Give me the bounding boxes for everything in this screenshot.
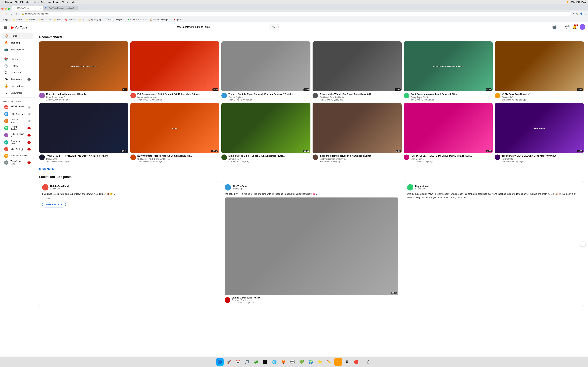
tab-youtube-close[interactable]: ✕ <box>40 7 41 9</box>
mac-menu-bookmarks[interactable]: Bookmarks <box>41 1 51 3</box>
sub-item-ilikemake[interactable]: IL I Like To Make S... 2 <box>1 132 34 139</box>
dock-slack[interactable]: 💬 <box>289 358 296 366</box>
dock-finder[interactable]: 🔵 <box>216 358 224 366</box>
mac-menu-history[interactable]: History <box>33 1 39 3</box>
hamburger-menu[interactable] <box>3 25 9 30</box>
chat-icon[interactable]: 💬 <box>565 25 570 29</box>
post-video-thumb-2[interactable]: 16:20 <box>225 198 398 295</box>
tab-google-close[interactable]: ✕ <box>75 7 76 9</box>
video-card-3[interactable]: 11:35 Trying a Straight Razor Shave (& E… <box>221 42 311 101</box>
dock-chrome[interactable]: 🌐 <box>270 358 278 366</box>
address-input-wrap[interactable]: 🔒 https://www.youtube.com <box>19 11 571 16</box>
video-stats-7: 10K views • 2 hours ago <box>46 160 128 163</box>
dock-screen[interactable]: 🖥 <box>343 358 351 366</box>
video-card-11[interactable]: 14:39 HAIRDRESSER REACTS TO GIRLS DYING … <box>404 103 493 163</box>
sub-item-kids-tv[interactable]: KT Kids TV - Nurs... <box>1 117 34 125</box>
sidebar-show-more[interactable]: ⌄ Show more <box>1 90 34 96</box>
mac-menu-window[interactable]: Window <box>62 1 69 3</box>
new-tab-button[interactable]: + <box>78 7 82 10</box>
sidebar-item-library[interactable]: 📚 Library <box>1 56 34 62</box>
dock-imessage[interactable]: 💚 <box>298 358 306 366</box>
bookmark-record[interactable]: 📋 Record Details | S... <box>148 18 172 21</box>
sub-item-mike[interactable]: MF Mike Farrington 2 <box>1 146 34 152</box>
dock-launchpad[interactable]: 🚀 <box>225 358 233 366</box>
sidebar-item-home[interactable]: 🏠 Home <box>1 33 34 39</box>
bookmark-agar[interactable]: ● Agar.io <box>172 18 183 21</box>
video-card-2[interactable]: 43:59 Full Documentary: Britain's Most E… <box>130 42 219 101</box>
dock-appstore[interactable]: 🅰 <box>261 358 269 366</box>
dock-music[interactable]: 🎵 <box>243 358 251 366</box>
sidebar-item-subscriptions[interactable]: 📺 Subscriptions <box>1 46 34 53</box>
bookmark-spellingcity[interactable]: 📊 SpellingCity <box>87 18 103 21</box>
traffic-light-minimize[interactable] <box>5 8 7 10</box>
dock-star[interactable]: ⭐ <box>316 358 324 366</box>
sub-item-draw-jazza[interactable]: DJ Draw with Jazza 3 <box>1 139 34 146</box>
sub-item-freakin[interactable]: FR Freakin' Reviews 1 <box>1 125 34 132</box>
dock-firefox[interactable]: 🦊 <box>280 358 287 366</box>
traffic-light-fullscreen[interactable] <box>8 8 10 10</box>
tab-google[interactable]: G [YouTube Recommendations] ✕ <box>43 6 78 10</box>
video-card-7[interactable]: 10:37 Tying GRAFFITI For REAL!! - MY Str… <box>39 103 128 163</box>
view-results-button[interactable]: VIEW RESULTS <box>42 202 66 208</box>
bookmark-roblox[interactable]: 📁 Roblox <box>12 18 24 21</box>
video-card-10[interactable]: 6:31 Installing gliding shelves in a fra… <box>312 103 402 163</box>
sub-item-little-baby[interactable]: LB Little Baby Bu... <box>1 111 34 117</box>
search-input[interactable] <box>173 24 269 30</box>
mac-menu-chrome[interactable]: Chrome <box>5 1 12 3</box>
bookmark-star-icon[interactable]: ★ <box>572 12 575 15</box>
video-card-6[interactable]: 20:12 ♡ DIY Fairy Tree House ♡ Creative … <box>495 42 584 101</box>
video-card-4[interactable]: 13:31 Asleep at the Wheel (Car Crash Com… <box>312 42 402 101</box>
video-card-12[interactable]: BEAD MAKER 15:33 Testing CRAYOLA BEADOLA… <box>495 103 584 163</box>
bookmark-infini[interactable]: 📁 Infini <box>53 18 63 21</box>
dock-trash[interactable]: 🗑 <box>364 358 372 366</box>
apple-logo[interactable]:  <box>2 1 3 3</box>
bookmark-taxes[interactable]: 📄 Taxes - Michigan ... <box>104 18 126 21</box>
show-more-button[interactable]: SHOW MORE <box>39 166 54 172</box>
bookmark-apps[interactable]: ⊞ Apps <box>1 18 11 21</box>
dock-calendar[interactable]: 📅 <box>234 358 242 366</box>
dock-firefox2[interactable]: 🔴 <box>353 358 360 366</box>
dock-maps[interactable]: 🌍 <box>307 358 315 366</box>
sidebar-item-trending[interactable]: 🔥 Trending <box>1 39 34 46</box>
sub-item-truecrime[interactable]: TC True Crime Daily 8 <box>1 159 34 166</box>
forward-button[interactable]: › <box>5 12 9 16</box>
video-camera-icon[interactable]: 📹 <box>552 25 557 29</box>
video-card-1[interactable]: HOW TO MAKE A KING SIZE BED 9:47 King si… <box>39 42 128 101</box>
traffic-light-close[interactable] <box>1 8 3 10</box>
bookmark-hh[interactable]: 📁 HH <box>77 18 86 21</box>
video-card-9[interactable]: 20:04 Sims 4 Speed Build - Spiral Mounta… <box>221 103 311 163</box>
notifications-icon[interactable]: 🔔 37 <box>572 25 577 29</box>
user-avatar[interactable] <box>579 24 585 30</box>
bookmark-turbo[interactable]: ● Turbo™ - Overview <box>127 18 148 21</box>
sidebar-item-purchases[interactable]: 🛍 Purchases 7 <box>1 76 34 83</box>
dock-quickbooks[interactable]: QB <box>252 358 260 366</box>
sidebar-item-liked[interactable]: 👍 Liked videos <box>1 83 34 89</box>
apps-grid-icon-header[interactable]: ⊞ <box>560 25 562 29</box>
carousel-next-button[interactable]: › <box>580 241 586 247</box>
reload-button[interactable]: ↻ <box>9 12 13 16</box>
back-button[interactable]: ‹ <box>1 12 4 16</box>
mac-menu-file[interactable]: File <box>15 1 18 3</box>
sidebar-item-watch-later[interactable]: ⏱ Watch later <box>1 69 34 76</box>
tab-youtube[interactable]: ▶ (37) YouTube ✕ <box>12 6 43 10</box>
mac-menu-people[interactable]: People <box>53 1 59 3</box>
youtube-logo[interactable]: ▶ YouTube <box>11 25 27 30</box>
search-button[interactable]: 🔍 <box>269 24 279 30</box>
bookmark-ourpact[interactable]: 🔖 OurPact <box>63 18 76 21</box>
bookmark-household[interactable]: 📁 Household <box>37 18 52 21</box>
video-card-5[interactable]: CRAFT ROOM TOUR BEFORE & AFTER 58:55 Cra… <box>404 42 493 101</box>
home-button[interactable]: ⌂ <box>15 12 18 16</box>
sidebar-item-history[interactable]: 🕐 History <box>1 63 34 69</box>
mac-menu-view[interactable]: View <box>26 1 30 3</box>
video-card-8[interactable]: NO.CO 1:08:37 NEW Ultimate Public Freako… <box>130 103 219 163</box>
dock-sketch[interactable]: ✏️ <box>325 358 333 366</box>
mac-menu-edit[interactable]: Edit <box>20 1 24 3</box>
profile-icon[interactable]: 👤 <box>580 12 583 15</box>
sub-item-mother-goose[interactable]: MG Mother Goose ... <box>1 104 34 111</box>
sub-item-homemade[interactable]: HH Homemade Home <box>1 153 34 159</box>
extensions-icon[interactable]: ⚙ <box>576 12 578 15</box>
mac-menu-help[interactable]: Help <box>71 1 75 3</box>
bookmark-natalia[interactable]: 📁 Natalia <box>24 18 36 21</box>
menu-icon[interactable]: ⋮ <box>584 12 587 15</box>
dock-illustrator[interactable]: Ai <box>334 358 342 366</box>
